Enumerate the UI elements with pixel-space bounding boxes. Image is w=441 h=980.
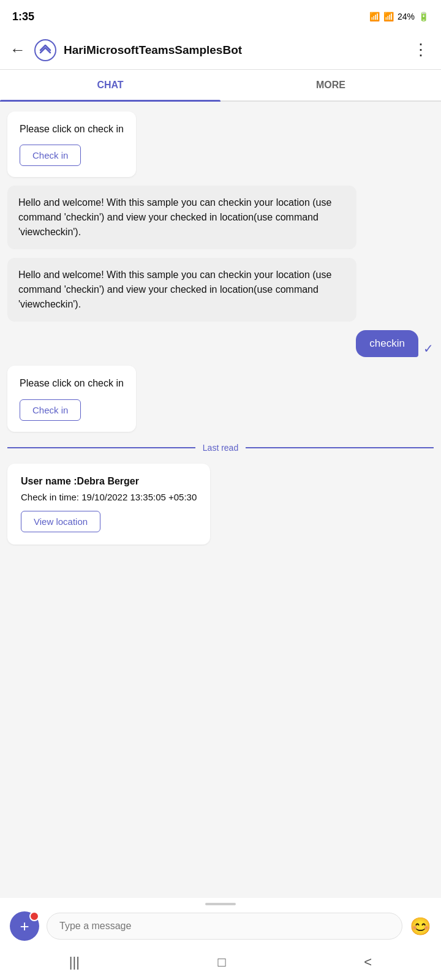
back-button[interactable]: ← [10,40,26,59]
info-user-name: User name :Debra Berger [21,476,197,487]
battery-icon: 🔋 [418,12,429,21]
view-location-button[interactable]: View location [21,511,100,532]
check-in-button-1[interactable]: Check in [20,145,81,166]
tab-chat[interactable]: CHAT [0,70,221,100]
wifi-icon: 📶 [369,12,380,21]
svg-point-0 [35,40,56,61]
tab-more[interactable]: MORE [221,70,441,100]
check-in-card-1: Please click on check in Check in [7,111,136,177]
bottom-input-area: + 😊 [0,898,441,948]
status-right: 📶 📶 24% 🔋 [369,12,429,21]
nav-home-icon[interactable]: □ [218,954,226,970]
add-attachment-button[interactable]: + [10,911,39,941]
header-title: HariMicrosoftTeamsSamplesBot [64,43,410,57]
bot-bubble-1: Hello and welcome! With this sample you … [7,186,356,249]
notification-dot [29,911,39,921]
card-text-2: Please click on check in [20,377,124,390]
header: ← HariMicrosoftTeamsSamplesBot ⋮ [0,31,441,70]
battery-text: 24% [398,12,415,21]
drag-handle [205,903,236,905]
sent-check-icon: ✓ [423,341,434,356]
tabs: CHAT MORE [0,70,441,102]
signal-icon: 📶 [383,12,394,21]
info-card: User name :Debra Berger Check in time: 1… [7,464,210,545]
bot-avatar [33,38,58,62]
plus-icon: + [20,918,29,934]
check-in-button-2[interactable]: Check in [20,399,81,421]
user-bubble: checkin [356,330,418,357]
last-read-line-right [246,447,434,448]
message-input[interactable] [47,913,402,940]
status-bar: 1:35 📶 📶 24% 🔋 [0,0,441,31]
chat-area: Please click on check in Check in Hello … [0,102,441,898]
check-in-card-2: Please click on check in Check in [7,366,136,431]
info-checkin-time: Check in time: 19/10/2022 13:35:05 +05:3… [21,492,197,502]
more-button[interactable]: ⋮ [410,40,431,59]
bot-bubble-2: Hello and welcome! With this sample you … [7,258,356,322]
status-time: 1:35 [12,10,34,23]
nav-menu-icon[interactable]: ||| [69,954,80,970]
emoji-button[interactable]: 😊 [410,916,431,937]
last-read-line-left [7,447,195,448]
card-text-1: Please click on check in [20,123,124,136]
last-read-text: Last read [203,443,238,453]
user-message-row: checkin ✓ [7,330,434,357]
input-row: + 😊 [10,911,431,941]
nav-bar: ||| □ < [0,948,441,980]
nav-back-icon[interactable]: < [364,954,372,970]
last-read-divider: Last read [7,440,434,455]
